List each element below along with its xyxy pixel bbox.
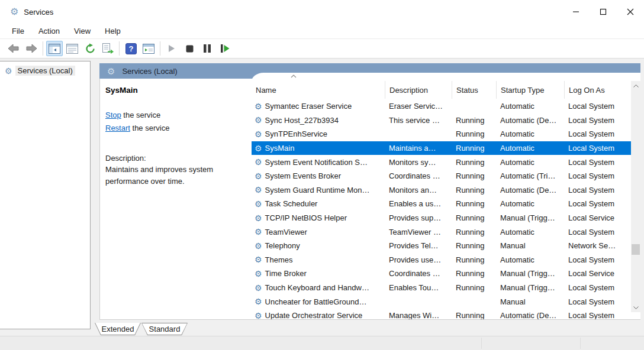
table-row[interactable]: ⚙Sync Host_227b3934This service …Running…: [252, 114, 631, 128]
toolbar: ?: [0, 39, 644, 59]
back-icon: [7, 43, 20, 54]
cell-log-on-as: Local System: [564, 283, 631, 292]
cell-startup-type: Automatic (De…: [496, 186, 564, 195]
table-row[interactable]: ⚙Symantec Eraser ServiceEraser Servic…Au…: [252, 99, 631, 114]
column-header-description[interactable]: Description: [385, 81, 452, 99]
table-row[interactable]: ⚙TeamViewerTeamViewer …RunningAutomaticL…: [252, 225, 631, 239]
cell-startup-type: Manual: [496, 297, 564, 306]
menu-item-file[interactable]: File: [6, 24, 30, 38]
start-service-button[interactable]: [163, 41, 180, 56]
maximize-icon: [600, 8, 607, 15]
services-gear-icon: ⚙: [5, 67, 12, 75]
sidebar-item-label: Services (Local): [15, 66, 75, 76]
tab-extended[interactable]: Extended: [95, 323, 141, 335]
table-row[interactable]: ⚙SysMainMaintains a…RunningAutomaticLoca…: [252, 141, 631, 155]
show-console-tree-button[interactable]: [46, 41, 63, 56]
back-button[interactable]: [5, 41, 22, 56]
status-bar-divider: [481, 338, 482, 349]
tab-standard[interactable]: Standard: [141, 323, 188, 335]
table-row[interactable]: ⚙System Guard Runtime Mon…Monitors an…Ru…: [252, 183, 631, 197]
minimize-button[interactable]: [562, 0, 590, 24]
table-row[interactable]: ⚙Task SchedulerEnables a us…RunningAutom…: [252, 197, 631, 211]
cell-log-on-as: Local System: [564, 102, 631, 111]
content-pane: ⚙ Services (Local) SysMain Stop the serv…: [99, 63, 640, 320]
cell-description: Eraser Servic…: [385, 102, 452, 111]
table-row[interactable]: ⚙TCP/IP NetBIOS HelperProvides sup…Runni…: [252, 211, 631, 225]
service-gear-icon: ⚙: [255, 172, 262, 180]
tab-standard-label: Standard: [141, 323, 188, 335]
restart-service-button[interactable]: [217, 41, 233, 56]
show-action-pane-button[interactable]: [140, 41, 157, 56]
cell-startup-type: Automatic: [496, 144, 564, 153]
refresh-button[interactable]: [82, 41, 98, 56]
cell-description: Coordinates …: [385, 269, 452, 278]
cell-log-on-as: Local System: [564, 255, 631, 264]
column-header-status[interactable]: Status: [452, 81, 496, 99]
window-title: Services: [24, 8, 53, 17]
service-gear-icon: ⚙: [255, 158, 262, 166]
table-row[interactable]: ⚙TelephonyProvides Tel…RunningManualNetw…: [252, 239, 631, 253]
column-header-name[interactable]: Name: [252, 81, 385, 99]
console-tree-icon: [49, 44, 60, 54]
cell-log-on-as: Local System: [564, 311, 631, 319]
menu-item-view[interactable]: View: [68, 24, 96, 38]
service-gear-icon: ⚙: [255, 270, 262, 278]
close-button[interactable]: [617, 0, 644, 24]
cell-status: Running: [452, 255, 496, 264]
cell-log-on-as: Local System: [564, 144, 631, 153]
table-row[interactable]: ⚙Uncheater for BattleGround…ManualLocal …: [252, 294, 631, 309]
cell-startup-type: Automatic (Tri…: [496, 171, 564, 180]
scroll-up-icon[interactable]: [631, 81, 640, 90]
scrollbar-thumb[interactable]: [632, 244, 640, 255]
cell-status: Running: [452, 199, 496, 208]
help-icon: ?: [125, 43, 137, 54]
stop-service-button[interactable]: [181, 41, 198, 56]
service-name: Telephony: [265, 241, 300, 250]
table-row[interactable]: ⚙ThemesProvides use…RunningAutomaticLoca…: [252, 253, 631, 267]
service-gear-icon: ⚙: [255, 116, 262, 124]
export-list-button[interactable]: [99, 41, 116, 56]
cell-description: Coordinates …: [385, 171, 452, 180]
menu-item-action[interactable]: Action: [33, 24, 66, 38]
table-row[interactable]: ⚙System Events BrokerCoordinates …Runnin…: [252, 169, 631, 183]
table-row[interactable]: ⚙SynTPEnhServiceRunningAutomaticLocal Sy…: [252, 127, 631, 141]
cell-log-on-as: Local System: [564, 158, 631, 167]
cell-status: Running: [452, 213, 496, 222]
cell-status: Running: [452, 144, 496, 153]
refresh-icon: [85, 43, 96, 54]
help-button[interactable]: ?: [123, 41, 139, 56]
stop-service-link[interactable]: Stop: [105, 111, 121, 119]
properties-button[interactable]: [64, 41, 80, 56]
table-row[interactable]: ⚙System Event Notification S…Monitors sy…: [252, 155, 631, 169]
console-tree-panel: ⚙ Services (Local): [0, 61, 91, 329]
service-name: SynTPEnhService: [265, 129, 328, 138]
service-name: Themes: [265, 255, 293, 264]
cell-status: Running: [452, 186, 496, 195]
title-bar: ⚙ Services: [0, 0, 644, 24]
maximize-button[interactable]: [590, 0, 617, 24]
table-row[interactable]: ⚙Update Orchestrator ServiceManages Wi…R…: [252, 309, 631, 319]
vertical-scrollbar[interactable]: [631, 81, 640, 312]
column-header-startup[interactable]: Startup Type: [496, 81, 564, 99]
pause-service-button[interactable]: [199, 41, 215, 56]
table-row[interactable]: ⚙Touch Keyboard and Handw…Enables Tou…Ru…: [252, 281, 631, 295]
menu-item-help[interactable]: Help: [99, 24, 127, 38]
minimize-icon: [572, 8, 579, 15]
cell-log-on-as: Local Service: [564, 269, 631, 278]
action-pane-icon: [143, 44, 154, 54]
forward-button[interactable]: [23, 41, 40, 56]
console-area: ⚙ Services (Local) ⚙ Services (Local) Sy…: [0, 59, 644, 350]
service-gear-icon: ⚙: [255, 312, 262, 319]
restart-service-link[interactable]: Restart: [105, 124, 130, 132]
column-header-logon[interactable]: Log On As: [564, 81, 631, 99]
content-header-title: Services (Local): [122, 67, 177, 76]
close-icon: [627, 8, 634, 15]
service-gear-icon: ⚙: [255, 214, 262, 222]
scroll-down-icon[interactable]: [631, 303, 640, 312]
table-header: Name Description Status Startup Type Log…: [252, 73, 640, 99]
sidebar-item-services-local[interactable]: ⚙ Services (Local): [4, 64, 89, 77]
service-gear-icon: ⚙: [255, 130, 262, 138]
table-row[interactable]: ⚙Time BrokerCoordinates …RunningManual (…: [252, 267, 631, 281]
status-bar: [0, 336, 644, 350]
menu-bar: File Action View Help: [0, 24, 644, 39]
